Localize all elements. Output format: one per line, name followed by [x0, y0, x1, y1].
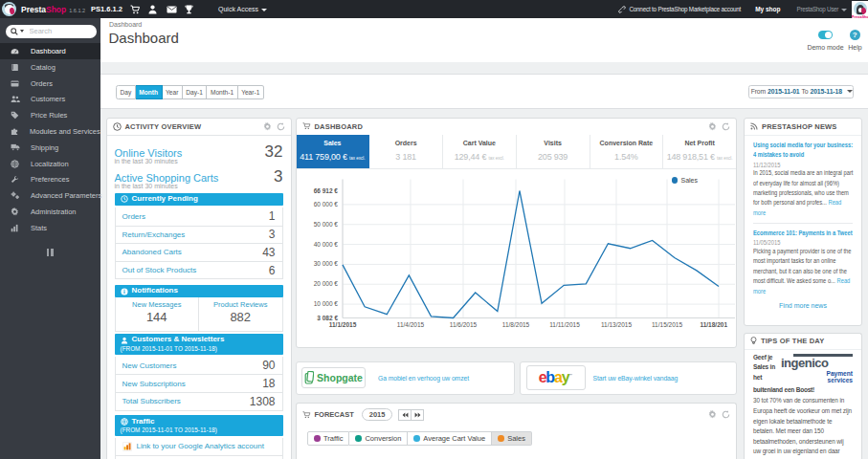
sidebar-item-modules-and-services[interactable]: Modules and Services	[0, 123, 100, 140]
sidebar-item-localization[interactable]: Localization	[0, 156, 100, 172]
gear-icon[interactable]	[708, 122, 717, 131]
collapse-menu-button[interactable]	[0, 243, 100, 260]
kpi-orders[interactable]: Orders3 181	[369, 135, 443, 169]
page-title: Dashboard	[109, 30, 179, 46]
chart-icon	[11, 224, 20, 232]
sidebar-item-stats[interactable]: Stats	[0, 220, 100, 236]
kpi-value: 3 181	[369, 152, 442, 162]
date-range-picker[interactable]: From 2015-11-01 To 2015-11-18	[748, 85, 854, 99]
trophy-icon[interactable]	[185, 5, 203, 14]
user-avatar[interactable]: PrestaShop	[852, 1, 868, 24]
forecast-legend-conversion[interactable]: Conversion	[349, 431, 408, 446]
forecast-legend-traffic[interactable]: Traffic	[307, 431, 349, 446]
google-analytics-link[interactable]: Link to your Google Analytics account	[137, 442, 264, 450]
marketplace-link[interactable]: Connect to PrestaShop Marketplace accoun…	[618, 6, 741, 13]
news-divider	[753, 223, 853, 224]
kpi-visits[interactable]: Visits205 939	[517, 135, 590, 169]
customers-label[interactable]: New Subscriptions	[122, 380, 186, 388]
customers-label[interactable]: Total Subscribers	[122, 397, 181, 405]
sidebar-item-dashboard[interactable]: Dashboard	[0, 43, 100, 59]
read-more-link[interactable]: Read more	[753, 199, 841, 215]
sidebar-item-advanced-parameters[interactable]: Advanced Parameters	[0, 187, 100, 204]
kpi-conversion-rate[interactable]: Conversion Rate1.54%	[590, 135, 664, 169]
next-year-button[interactable]	[412, 409, 425, 421]
forecast-legend-sales[interactable]: Sales	[492, 431, 532, 446]
range-button-year[interactable]: Year	[163, 85, 183, 100]
people-icon	[11, 95, 20, 103]
sidebar-item-catalog[interactable]: Catalog	[0, 59, 100, 76]
sidebar-item-price-rules[interactable]: Price Rules	[0, 107, 100, 123]
range-button-month[interactable]: Month	[136, 85, 163, 100]
search-scope-caret[interactable]	[20, 30, 24, 33]
kpi-row: Sales411 759,00 € tax excl.Orders3 181Ca…	[297, 135, 737, 170]
help-icon[interactable]: ?	[850, 30, 861, 41]
svg-text:30 000 €: 30 000 €	[313, 260, 338, 267]
pending-label[interactable]: Return/Exchanges	[122, 230, 186, 239]
refresh-icon[interactable]	[722, 410, 730, 419]
sidebar-item-shipping[interactable]: Shipping	[0, 140, 100, 156]
refresh-icon[interactable]	[277, 122, 285, 131]
ebay-letter: b	[545, 369, 554, 385]
rss-icon	[750, 122, 758, 130]
read-more-link[interactable]: Read more	[753, 277, 850, 294]
cart-icon[interactable]	[130, 5, 148, 14]
gear-icon[interactable]	[708, 410, 717, 419]
range-button-day[interactable]: Day	[116, 85, 136, 100]
notification-label[interactable]: Product Reviews	[199, 300, 282, 310]
google-analytics-link-row[interactable]: Link to your Google Analytics account	[115, 438, 283, 456]
ebay-promo-card[interactable]: ebay™ Start uw eBay-winkel vandaag	[520, 361, 737, 396]
chart-legend[interactable]: Sales	[672, 177, 698, 184]
pending-label[interactable]: Abandoned Carts	[122, 248, 182, 256]
customers-row: New Customers90	[116, 357, 282, 375]
kpi-cart-value[interactable]: Cart Value129,44 € tax excl.	[443, 135, 517, 169]
sidebar-item-administration[interactable]: Administration	[0, 204, 100, 220]
sidebar-item-orders[interactable]: Orders	[0, 76, 100, 92]
forecast-legend-average-cart-value[interactable]: Average Cart Value	[408, 431, 492, 446]
gear-icon[interactable]	[263, 122, 272, 131]
sidebar-item-customers[interactable]: Customers	[0, 92, 100, 108]
sidebar-item-preferences[interactable]: Preferences	[0, 172, 100, 188]
active-carts-link[interactable]: Active Shopping Carts	[115, 172, 219, 184]
shop-name-link[interactable]: PS1.6.1.2	[91, 5, 122, 13]
sidebar: DashboardCatalogOrdersCustomersPrice Rul…	[0, 18, 100, 459]
shopgate-promo-card[interactable]: Shopgate Ga mobiel en verhoog uw omzet	[296, 361, 516, 396]
kpi-sales[interactable]: Sales411 759,00 € tax excl.	[297, 135, 370, 169]
help-label: Help	[844, 44, 867, 51]
brand-version: 1.6.1.2	[69, 8, 85, 13]
news-article-title[interactable]: Ecommerce 101: Payments in a Tweet	[753, 229, 855, 238]
customers-value: 18	[262, 377, 275, 390]
customers-label[interactable]: New Customers	[122, 361, 177, 370]
shopgate-brand: Shopgate	[317, 372, 363, 383]
demo-mode-toggle[interactable]	[818, 31, 833, 39]
my-shop-link[interactable]: My shop	[755, 6, 780, 12]
ebay-link[interactable]: Start uw eBay-winkel vandaag	[593, 375, 679, 382]
brand-presta: Presta	[21, 5, 46, 14]
kpi-net-profit[interactable]: Net Profit148 918,51 € tax excl.	[663, 135, 736, 169]
news-article-title[interactable]: Using social media for your business: 4 …	[753, 141, 855, 161]
book-icon	[11, 63, 20, 72]
sidebar-nav: DashboardCatalogOrdersCustomersPrice Rul…	[0, 43, 100, 236]
refresh-icon[interactable]	[722, 122, 730, 131]
search-input[interactable]	[30, 27, 79, 35]
range-button-year-1[interactable]: Year-1	[238, 85, 264, 100]
find-more-news-link[interactable]: Find more news	[753, 302, 853, 309]
shopgate-link[interactable]: Ga mobiel en verhoog uw omzet	[378, 375, 469, 382]
pending-label[interactable]: Orders	[122, 212, 145, 221]
notification-label[interactable]: New Messages	[116, 300, 199, 310]
envelope-icon[interactable]	[167, 6, 185, 13]
sidebar-item-label: Customers	[31, 95, 65, 103]
sidebar-item-label: Catalog	[31, 63, 56, 72]
notifications-section: Notifications New Messages144Product Rev…	[115, 285, 283, 332]
quick-access-menu[interactable]: Quick Access	[218, 6, 267, 12]
range-button-day-1[interactable]: Day-1	[183, 85, 208, 100]
range-button-month-1[interactable]: Month-1	[207, 85, 237, 100]
online-visitors-link[interactable]: Online Visitors	[115, 147, 183, 159]
pending-label[interactable]: Out of Stock Products	[122, 266, 197, 274]
previous-year-button[interactable]	[398, 409, 412, 421]
person-icon[interactable]	[148, 5, 167, 14]
user-menu[interactable]: PrestaShop User	[797, 6, 847, 12]
legend-item-sales[interactable]: Sales	[672, 177, 698, 184]
sidebar-search[interactable]	[6, 25, 97, 39]
traffic-section: Traffic (FROM 2015-11-01 TO 2015-11-18) …	[115, 415, 283, 459]
info-icon	[121, 288, 128, 295]
